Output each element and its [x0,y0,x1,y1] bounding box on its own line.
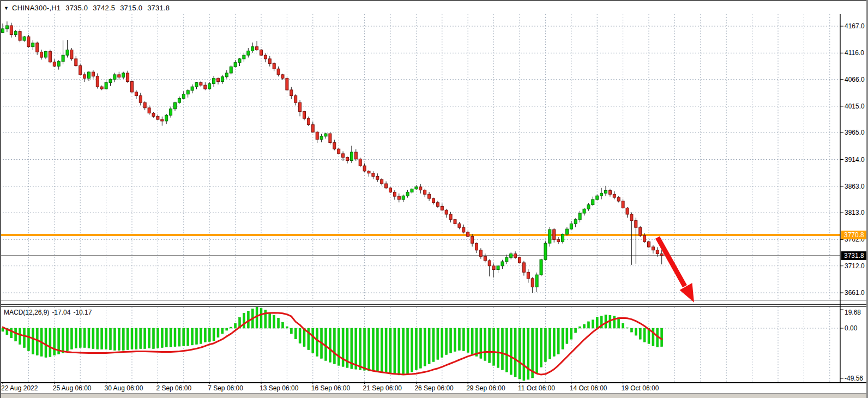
macd-main-value: -17.04 [52,309,70,316]
time-axis-label: 2 Sep 06:00 [156,384,191,392]
price-axis-label: 4116.0 [845,49,864,57]
ohlc-close: 3731.8 [147,4,170,12]
time-axis-label: 14 Oct 06:00 [570,384,607,392]
chevron-down-icon[interactable]: ▼ [4,5,9,11]
macd-indicator-label: MACD(12,26,9)-17.04-10.17 [4,309,94,316]
ohlc-open: 3735.0 [65,4,88,12]
price-axis-label: 4015.0 [845,102,865,110]
chart-window: ▼CHINA300-,H13735.03742.53715.03731.8 MA… [0,0,868,398]
macd-signal-value: -10.17 [73,309,92,316]
time-axis-label: 11 Oct 06:00 [518,384,555,392]
price-axis-label: 3965.0 [845,129,865,136]
macd-axis-label: 19.68 [845,309,861,316]
price-axis-label: 4066.0 [845,76,865,83]
price-axis-label: 3712.0 [845,262,865,270]
window-border-top [0,0,868,1]
price-axis-label: 3914.0 [845,156,865,164]
time-axis-label: 21 Sep 06:00 [363,384,402,392]
time-axis-label: 16 Sep 06:00 [311,384,350,392]
time-axis-label: 7 Sep 06:00 [208,384,243,392]
price-axis-label: 3863.0 [845,183,865,190]
price-axis-label: 3661.0 [845,289,865,297]
bid-price-badge: 3731.8 [841,251,868,260]
macd-axis-label: -49.56 [845,375,863,382]
symbol-period-label: CHINA300-,H1 [12,4,61,12]
orange-level-price-badge: 3770.8 [841,231,868,239]
ohlc-low: 3715.0 [120,4,142,12]
time-axis-label: 25 Aug 06:00 [53,384,92,392]
time-axis-label: 13 Sep 06:00 [260,384,298,392]
time-axis-label: 19 Oct 06:00 [622,384,659,392]
macd-axis-label: 0.00 [845,324,857,332]
price-axis-label: 3813.0 [845,209,865,216]
window-bottom-strip [0,393,868,398]
macd-name: MACD(12,26,9) [4,309,49,316]
time-axis-label: 30 Aug 06:00 [105,384,143,392]
ohlc-high: 3742.5 [93,4,115,12]
window-border-left [0,0,1,398]
time-axis-label: 29 Sep 06:00 [466,384,505,392]
price-axis-label: 4167.0 [845,22,865,30]
time-axis-label: 22 Aug 2022 [1,384,38,392]
chart-plot-area[interactable] [0,0,868,384]
chart-title: ▼CHINA300-,H13735.03742.53715.03731.8 [4,4,170,12]
time-axis-label: 26 Sep 06:00 [414,384,453,392]
